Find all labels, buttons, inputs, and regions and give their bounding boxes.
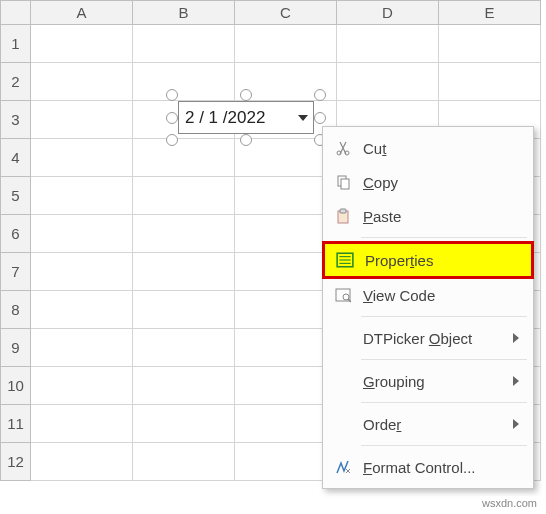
paste-icon: [331, 208, 355, 224]
menu-label: Properties: [365, 252, 433, 269]
menu-label: Copy: [363, 174, 398, 191]
row-header[interactable]: 4: [1, 139, 31, 177]
menu-separator: [361, 402, 527, 403]
row-header[interactable]: 10: [1, 367, 31, 405]
menu-label: DTPicker Object: [363, 330, 472, 347]
col-header[interactable]: B: [133, 1, 235, 25]
row-header[interactable]: 7: [1, 253, 31, 291]
menu-order[interactable]: Order: [323, 407, 533, 441]
menu-format-control[interactable]: Format Control...: [323, 450, 533, 484]
col-header[interactable]: C: [235, 1, 337, 25]
resize-handle[interactable]: [240, 89, 252, 101]
format-control-icon: [331, 459, 355, 475]
menu-label: View Code: [363, 287, 435, 304]
selection-handles: [172, 95, 320, 140]
menu-dtpicker-object[interactable]: DTPicker Object: [323, 321, 533, 355]
resize-handle[interactable]: [240, 134, 252, 146]
row-header[interactable]: 3: [1, 101, 31, 139]
menu-grouping[interactable]: Grouping: [323, 364, 533, 398]
resize-handle[interactable]: [166, 134, 178, 146]
resize-handle[interactable]: [314, 89, 326, 101]
col-header[interactable]: D: [337, 1, 439, 25]
resize-handle[interactable]: [166, 89, 178, 101]
menu-separator: [361, 237, 527, 238]
menu-copy[interactable]: Copy: [323, 165, 533, 199]
context-menu: Cut Copy Paste Properties View Code DTPi…: [322, 126, 534, 489]
svg-rect-4: [341, 179, 349, 189]
watermark: wsxdn.com: [479, 496, 540, 510]
menu-separator: [361, 359, 527, 360]
submenu-arrow-icon: [513, 419, 521, 429]
row-header[interactable]: 5: [1, 177, 31, 215]
row-header[interactable]: 6: [1, 215, 31, 253]
menu-paste[interactable]: Paste: [323, 199, 533, 233]
menu-separator: [361, 445, 527, 446]
row-header[interactable]: 9: [1, 329, 31, 367]
svg-marker-15: [513, 376, 519, 386]
dtpicker-control[interactable]: 2 / 1 /2022: [172, 95, 320, 140]
properties-icon: [333, 251, 357, 269]
view-code-icon: [331, 287, 355, 303]
row-header[interactable]: 8: [1, 291, 31, 329]
resize-handle[interactable]: [166, 112, 178, 124]
menu-cut[interactable]: Cut: [323, 131, 533, 165]
menu-label: Grouping: [363, 373, 425, 390]
row-header[interactable]: 1: [1, 25, 31, 63]
row-header[interactable]: 11: [1, 405, 31, 443]
menu-label: Cut: [363, 140, 386, 157]
svg-line-13: [348, 299, 351, 302]
submenu-arrow-icon: [513, 376, 521, 386]
svg-marker-16: [513, 419, 519, 429]
copy-icon: [331, 174, 355, 190]
menu-label: Format Control...: [363, 459, 476, 476]
menu-properties[interactable]: Properties: [322, 241, 534, 279]
row-header[interactable]: 12: [1, 443, 31, 481]
menu-label: Paste: [363, 208, 401, 225]
col-header[interactable]: A: [31, 1, 133, 25]
resize-handle[interactable]: [314, 112, 326, 124]
menu-separator: [361, 316, 527, 317]
scissors-icon: [331, 140, 355, 156]
submenu-arrow-icon: [513, 333, 521, 343]
svg-rect-6: [340, 209, 346, 213]
menu-label: Order: [363, 416, 401, 433]
select-all-corner[interactable]: [1, 1, 31, 25]
row-header[interactable]: 2: [1, 63, 31, 101]
svg-marker-14: [513, 333, 519, 343]
menu-view-code[interactable]: View Code: [323, 278, 533, 312]
col-header[interactable]: E: [439, 1, 541, 25]
